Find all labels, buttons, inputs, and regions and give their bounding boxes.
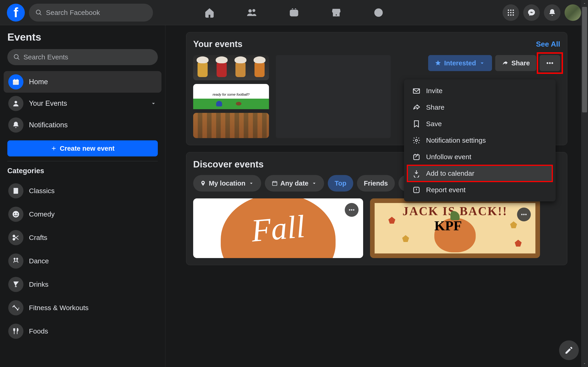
event-thumbnail[interactable] [193, 55, 269, 80]
share-button[interactable]: Share [495, 55, 536, 71]
svg-rect-14 [13, 80, 19, 85]
discover-event-card[interactable]: Fall [193, 198, 363, 258]
category-foods[interactable]: Foods [4, 319, 162, 343]
nav-label: Your Events [29, 99, 67, 108]
category-comedy[interactable]: Comedy [4, 202, 162, 226]
dance-icon [8, 253, 23, 269]
star-icon [435, 60, 441, 67]
category-classics[interactable]: Classics [4, 179, 162, 202]
account-avatar[interactable] [565, 4, 581, 21]
dropdown-share[interactable]: Share [407, 99, 552, 116]
svg-point-5 [508, 9, 509, 11]
svg-point-9 [510, 12, 511, 13]
svg-point-24 [549, 62, 551, 64]
filter-top[interactable]: Top [328, 175, 353, 192]
plus-icon [51, 145, 57, 152]
chevron-down-icon [150, 100, 157, 107]
book-icon [8, 183, 23, 198]
search-events-input[interactable]: Search Events [7, 49, 158, 65]
filter-friends[interactable]: Friends [357, 175, 395, 192]
svg-point-19 [13, 235, 15, 237]
dropdown-add-to-calendar[interactable]: Add to calendar [407, 165, 552, 182]
center-nav [204, 8, 384, 18]
share-icon [502, 60, 509, 67]
svg-point-7 [513, 9, 514, 11]
event-options-dropdown: Invite Share Save Notification settings … [404, 79, 556, 201]
svg-point-25 [552, 62, 553, 64]
more-options-button[interactable] [540, 55, 560, 71]
svg-point-32 [351, 209, 352, 211]
svg-point-10 [513, 12, 514, 13]
dropdown-notification-settings[interactable]: Notification settings [407, 132, 552, 149]
svg-point-21 [14, 258, 15, 259]
svg-point-20 [13, 238, 15, 240]
dumbbell-icon [8, 300, 23, 315]
create-event-button[interactable]: Create new event [7, 140, 158, 156]
dots-icon [546, 59, 554, 67]
main-content: Your events See All ready for some footb… [165, 25, 588, 367]
svg-point-33 [353, 209, 355, 211]
scrollbar[interactable] [581, 0, 588, 367]
search-icon [35, 9, 42, 16]
svg-point-4 [377, 10, 380, 13]
menu-button[interactable] [502, 4, 519, 21]
category-dance[interactable]: Dance [4, 249, 162, 273]
category-fitness[interactable]: Fitness & Workouts [4, 296, 162, 319]
svg-point-17 [14, 213, 15, 214]
filter-date[interactable]: Any date [265, 175, 324, 192]
home-icon[interactable] [204, 8, 215, 18]
svg-point-15 [15, 101, 17, 103]
nav-label: Home [29, 78, 48, 86]
messenger-button[interactable] [523, 4, 540, 21]
marketplace-icon[interactable] [331, 8, 341, 18]
compose-button[interactable] [559, 340, 579, 360]
card-more-button[interactable] [517, 208, 531, 221]
svg-point-11 [508, 14, 509, 16]
svg-rect-28 [414, 155, 419, 160]
dropdown-save[interactable]: Save [407, 116, 552, 132]
sidebar-item-your-events[interactable]: Your Events [4, 93, 162, 114]
card-more-button[interactable] [345, 203, 359, 217]
divider [7, 161, 158, 161]
event-thumbnail[interactable] [193, 113, 269, 138]
utensils-icon [8, 324, 23, 339]
svg-point-36 [525, 214, 527, 215]
smile-icon [8, 207, 23, 222]
your-events-card: Your events See All ready for some footb… [186, 32, 567, 145]
facebook-logo[interactable]: f [7, 4, 25, 22]
see-all-link[interactable]: See All [536, 40, 560, 48]
svg-point-0 [249, 10, 251, 12]
category-crafts[interactable]: Crafts [4, 226, 162, 249]
interested-button[interactable]: Interested [428, 55, 492, 71]
bookmark-icon [412, 120, 421, 128]
video-icon[interactable] [289, 8, 299, 18]
sidebar-item-notifications[interactable]: Notifications [4, 114, 162, 136]
notifications-button[interactable] [544, 4, 561, 21]
svg-point-31 [349, 209, 350, 211]
share-arrow-icon [412, 103, 421, 111]
sidebar: Events Search Events Home Your Events No… [0, 25, 165, 367]
calendar-icon [272, 180, 278, 186]
event-thumbnail[interactable]: ready for some football? [193, 84, 269, 109]
dropdown-unfollow[interactable]: Unfollow event [407, 149, 552, 165]
scroll-down-arrow[interactable] [581, 360, 588, 367]
discover-event-card[interactable]: JACK IS BACK!! KPF [370, 198, 540, 258]
svg-point-8 [508, 12, 509, 13]
gear-icon [412, 136, 421, 144]
chevron-down-icon [311, 180, 317, 186]
calendar-home-icon [8, 74, 23, 90]
scroll-up-arrow[interactable] [581, 0, 588, 7]
friends-icon[interactable] [247, 8, 257, 18]
scrollbar-thumb[interactable] [582, 7, 587, 112]
category-drinks[interactable]: Drinks [4, 273, 162, 296]
sidebar-item-home[interactable]: Home [4, 71, 162, 93]
download-icon [412, 169, 421, 177]
dropdown-report[interactable]: Report event [407, 182, 552, 198]
groups-icon[interactable] [373, 8, 384, 18]
dropdown-invite[interactable]: Invite [407, 83, 552, 99]
svg-point-34 [521, 214, 523, 215]
filter-location[interactable]: My location [193, 175, 261, 192]
svg-point-6 [510, 9, 511, 11]
svg-point-1 [253, 9, 255, 11]
search-facebook-input[interactable]: Search Facebook [29, 4, 153, 22]
